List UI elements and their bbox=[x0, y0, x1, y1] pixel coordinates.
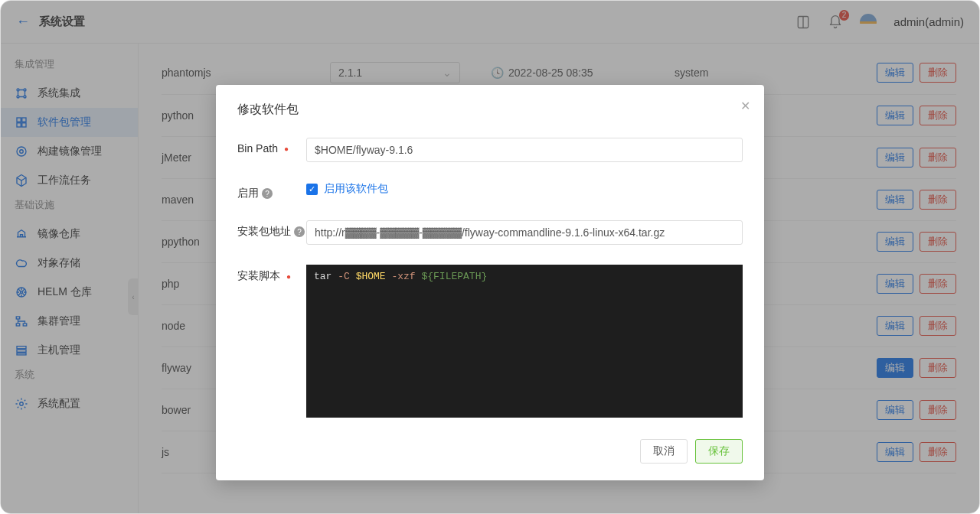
enable-checkbox[interactable]: ✓ 启用该软件包 bbox=[306, 182, 743, 196]
enable-checkbox-label: 启用该软件包 bbox=[324, 182, 388, 196]
help-icon[interactable]: ? bbox=[294, 226, 305, 237]
label-install-script: 安装脚本● bbox=[237, 265, 306, 283]
save-button[interactable]: 保存 bbox=[695, 439, 743, 464]
check-icon: ✓ bbox=[306, 184, 318, 195]
cancel-button[interactable]: 取消 bbox=[640, 439, 688, 464]
bin-path-input[interactable] bbox=[306, 138, 743, 162]
install-url-input[interactable] bbox=[306, 220, 743, 245]
label-bin-path: Bin Path● bbox=[237, 138, 306, 155]
label-install-url: 安装包地址 ? bbox=[237, 220, 306, 239]
label-enable: 启用 ? bbox=[237, 182, 306, 200]
modal-title: 修改软件包 bbox=[237, 102, 743, 118]
close-icon[interactable]: ✕ bbox=[740, 99, 750, 113]
edit-package-modal: 修改软件包 ✕ Bin Path● 启用 ? ✓ 启用该软件包 安装包地址 ? … bbox=[216, 85, 764, 480]
help-icon[interactable]: ? bbox=[262, 188, 273, 199]
install-script-editor[interactable]: tar -C $HOME -xzf ${FILEPATH} bbox=[306, 265, 743, 418]
